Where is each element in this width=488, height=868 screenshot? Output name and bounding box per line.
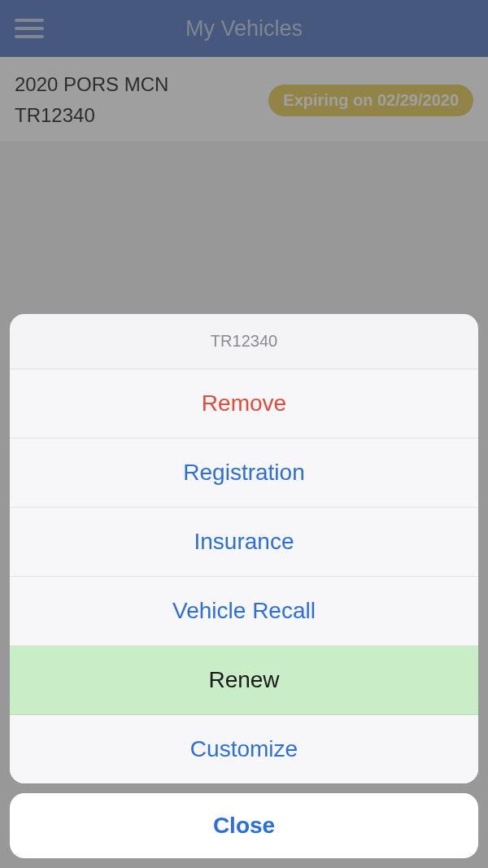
renew-button[interactable]: Renew [10, 646, 478, 715]
action-sheet-group: TR12340 Remove Registration Insurance Ve… [10, 314, 478, 783]
insurance-button[interactable]: Insurance [10, 508, 478, 577]
action-sheet-title: TR12340 [10, 314, 478, 369]
remove-button[interactable]: Remove [10, 369, 478, 438]
registration-button[interactable]: Registration [10, 438, 478, 508]
close-button[interactable]: Close [10, 793, 478, 858]
action-sheet: TR12340 Remove Registration Insurance Ve… [10, 314, 478, 858]
customize-button[interactable]: Customize [10, 715, 478, 783]
vehicle-recall-button[interactable]: Vehicle Recall [10, 577, 478, 646]
